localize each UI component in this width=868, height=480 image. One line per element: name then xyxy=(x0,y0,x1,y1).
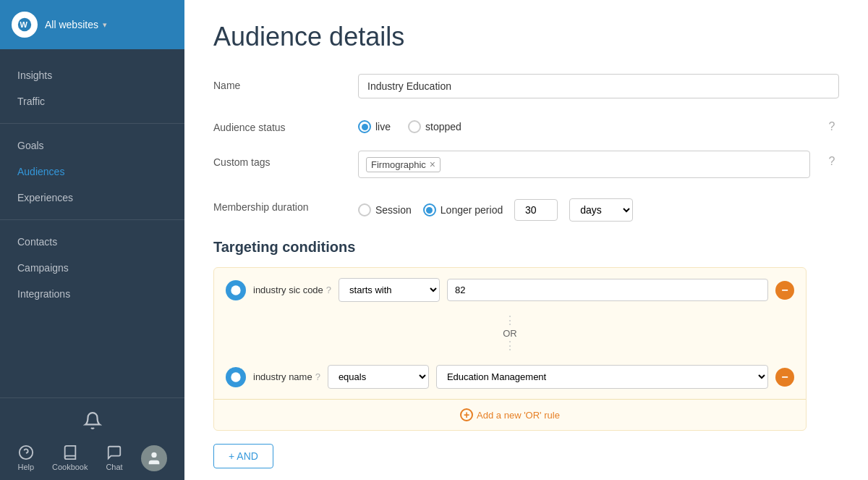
chat-button[interactable]: Chat xyxy=(106,445,122,471)
notification-icon[interactable] xyxy=(83,411,102,433)
sidebar-item-campaigns[interactable]: Campaigns xyxy=(0,255,184,281)
svg-text:W: W xyxy=(20,20,28,29)
duration-session-option[interactable]: Session xyxy=(358,203,412,216)
condition-2-field-label: industry name ? xyxy=(253,371,320,382)
sidebar-item-traffic[interactable]: Traffic xyxy=(0,88,184,114)
duration-session-label: Session xyxy=(375,204,412,216)
condition-1-field-label: industry sic code ? xyxy=(253,285,331,295)
duration-group: Session Longer period days weeks months xyxy=(358,195,839,222)
condition-1-icon xyxy=(226,280,246,300)
help-button[interactable]: Help xyxy=(17,445,34,471)
name-row: Name xyxy=(213,74,839,98)
sidebar-item-contacts[interactable]: Contacts xyxy=(0,229,184,255)
condition-1-help-icon[interactable]: ? xyxy=(326,285,331,295)
sidebar-section-crm: Contacts Campaigns Integrations xyxy=(0,223,184,313)
duration-longer-option[interactable]: Longer period xyxy=(423,203,503,216)
cookbook-button[interactable]: Cookbook xyxy=(52,445,88,471)
condition-2-value-select[interactable]: Education Management xyxy=(436,365,768,389)
svg-point-4 xyxy=(151,452,156,458)
condition-row-1: industry sic code ? starts with equals c… xyxy=(214,268,806,312)
avatar[interactable] xyxy=(141,445,167,471)
name-input[interactable] xyxy=(358,74,839,98)
tag-firmographic: Firmographic × xyxy=(366,157,441,172)
sidebar-section-analytics: Insights Traffic xyxy=(0,56,184,120)
radio-longer-indicator xyxy=(423,203,436,216)
and-button[interactable]: + AND xyxy=(213,444,273,468)
status-row: Audience status live stopped ? xyxy=(213,116,839,133)
duration-number-input[interactable] xyxy=(514,199,558,221)
tags-control: Firmographic × xyxy=(358,151,810,178)
condition-2-help-icon[interactable]: ? xyxy=(315,371,320,382)
tags-input[interactable]: Firmographic × xyxy=(358,151,810,178)
condition-2-operator-select[interactable]: equals starts with contains xyxy=(328,365,429,389)
app-logo[interactable]: W xyxy=(12,12,38,38)
condition-2-icon xyxy=(226,367,246,387)
sidebar-divider xyxy=(0,123,184,124)
add-or-rule-button[interactable]: + Add a new 'OR' rule xyxy=(214,399,806,430)
or-divider: ⋮ OR ⋮ xyxy=(214,312,806,355)
condition-1-remove-button[interactable]: − xyxy=(775,281,794,300)
sidebar-top: W All websites ▾ xyxy=(0,0,184,49)
sidebar-item-insights[interactable]: Insights xyxy=(0,62,184,88)
targeting-section: Targeting conditions industry sic code ?… xyxy=(213,239,839,468)
sidebar-divider-2 xyxy=(0,219,184,220)
chevron-down-icon: ▾ xyxy=(103,20,107,30)
tags-row: Custom tags Firmographic × ? xyxy=(213,151,839,178)
tags-help-icon[interactable]: ? xyxy=(825,151,839,168)
website-selector[interactable]: All websites ▾ xyxy=(45,19,107,30)
duration-unit-select[interactable]: days weeks months xyxy=(569,198,633,222)
tag-label: Firmographic xyxy=(371,159,426,170)
sidebar-item-experiences[interactable]: Experiences xyxy=(0,185,184,211)
duration-control: Session Longer period days weeks months xyxy=(358,195,839,222)
website-selector-label: All websites xyxy=(45,19,98,30)
duration-row: Membership duration Session Longer perio… xyxy=(213,195,839,222)
page-title: Audience details xyxy=(213,22,839,52)
sidebar-item-goals[interactable]: Goals xyxy=(0,132,184,159)
status-live-label: live xyxy=(375,121,391,132)
tag-remove-icon[interactable]: × xyxy=(430,159,435,169)
condition-1-value-input[interactable] xyxy=(447,279,768,301)
sidebar-section-main: Goals Audiences Experiences xyxy=(0,127,184,216)
tags-label: Custom tags xyxy=(213,151,344,168)
radio-session-indicator xyxy=(358,203,371,216)
radio-live-indicator xyxy=(358,120,371,133)
sidebar-item-audiences[interactable]: Audiences xyxy=(0,159,184,185)
bottom-toolbar: Help Cookbook Chat xyxy=(0,439,184,473)
status-live-option[interactable]: live xyxy=(358,120,391,133)
condition-2-remove-button[interactable]: − xyxy=(775,368,794,387)
duration-label: Membership duration xyxy=(213,195,344,213)
add-or-icon: + xyxy=(460,408,473,421)
radio-stopped-indicator xyxy=(408,120,421,133)
condition-group: industry sic code ? starts with equals c… xyxy=(213,267,807,431)
add-or-label: Add a new 'OR' rule xyxy=(477,410,560,421)
condition-1-operator-select[interactable]: starts with equals contains xyxy=(339,278,440,302)
status-radio-group: live stopped xyxy=(358,116,810,133)
status-label: Audience status xyxy=(213,116,344,133)
condition-row-2: industry name ? equals starts with conta… xyxy=(214,355,806,399)
status-help-icon[interactable]: ? xyxy=(825,116,839,133)
sidebar: W All websites ▾ Insights Traffic Goals … xyxy=(0,0,184,480)
status-control: live stopped xyxy=(358,116,810,133)
status-stopped-option[interactable]: stopped xyxy=(408,120,461,133)
sidebar-bottom: Help Cookbook Chat xyxy=(0,397,184,480)
targeting-title: Targeting conditions xyxy=(213,239,839,256)
main-content: Audience details Name Audience status li… xyxy=(184,0,868,480)
form-section: Name Audience status live stopped xyxy=(213,74,839,468)
status-stopped-label: stopped xyxy=(425,121,461,132)
duration-longer-label: Longer period xyxy=(441,204,503,216)
and-button-label: + AND xyxy=(229,450,258,462)
name-field-container xyxy=(358,74,839,98)
name-label: Name xyxy=(213,74,344,91)
sidebar-nav: Insights Traffic Goals Audiences Experie… xyxy=(0,49,184,397)
sidebar-item-integrations[interactable]: Integrations xyxy=(0,281,184,307)
